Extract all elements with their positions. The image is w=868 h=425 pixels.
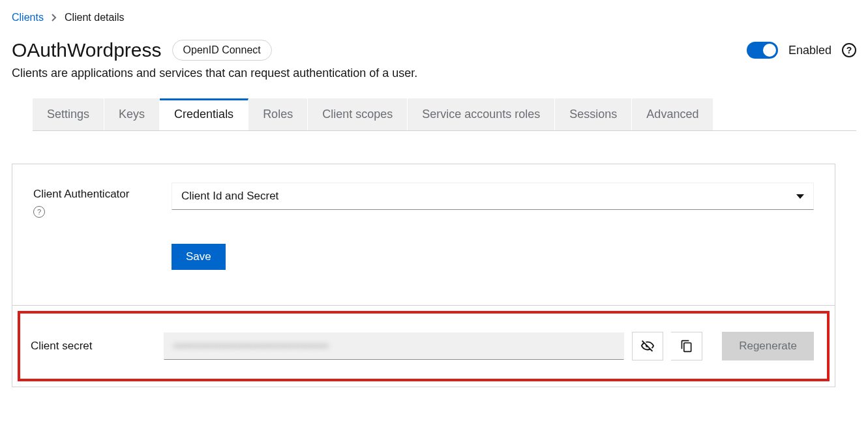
tab-advanced[interactable]: Advanced: [632, 98, 713, 130]
client-secret-label: Client secret: [28, 340, 156, 353]
divider: [12, 305, 835, 306]
tab-keys[interactable]: Keys: [104, 98, 160, 130]
enabled-toggle-label: Enabled: [788, 44, 831, 57]
regenerate-button[interactable]: Regenerate: [722, 332, 814, 360]
breadcrumb-current: Client details: [65, 12, 125, 23]
client-authenticator-label: Client Authenticator: [33, 188, 164, 201]
eye-off-icon: [640, 339, 655, 353]
toggle-visibility-button[interactable]: [632, 332, 663, 360]
breadcrumb: Clients Client details: [12, 12, 856, 23]
copy-icon: [680, 340, 693, 353]
tab-settings[interactable]: Settings: [33, 98, 104, 130]
save-button[interactable]: Save: [172, 244, 226, 270]
help-icon[interactable]: ?: [33, 206, 45, 218]
breadcrumb-parent-link[interactable]: Clients: [12, 12, 44, 23]
help-icon[interactable]: ?: [842, 43, 856, 57]
page-title: OAuthWordpress: [12, 39, 162, 61]
tab-credentials[interactable]: Credentials: [160, 98, 248, 130]
tab-roles[interactable]: Roles: [248, 98, 308, 130]
tab-sessions[interactable]: Sessions: [555, 98, 632, 130]
chevron-right-icon: [52, 14, 57, 22]
credentials-panel: Client Authenticator ? Client Id and Sec…: [12, 164, 835, 387]
copy-button[interactable]: [671, 332, 702, 360]
page-subtitle: Clients are applications and services th…: [12, 66, 856, 80]
client-authenticator-value: Client Id and Secret: [181, 190, 278, 203]
tabs: Settings Keys Credentials Roles Client s…: [33, 98, 856, 131]
enabled-toggle[interactable]: [747, 42, 778, 59]
tab-client-scopes[interactable]: Client scopes: [308, 98, 408, 130]
protocol-badge: OpenID Connect: [172, 40, 272, 61]
tab-service-accounts-roles[interactable]: Service accounts roles: [408, 98, 555, 130]
client-secret-field[interactable]: ••••••••••••••••••••••••••••••••••••••••: [164, 332, 624, 360]
client-authenticator-select[interactable]: Client Id and Secret: [172, 183, 814, 210]
client-secret-highlight: Client secret ••••••••••••••••••••••••••…: [18, 311, 830, 381]
caret-down-icon: [796, 194, 804, 199]
